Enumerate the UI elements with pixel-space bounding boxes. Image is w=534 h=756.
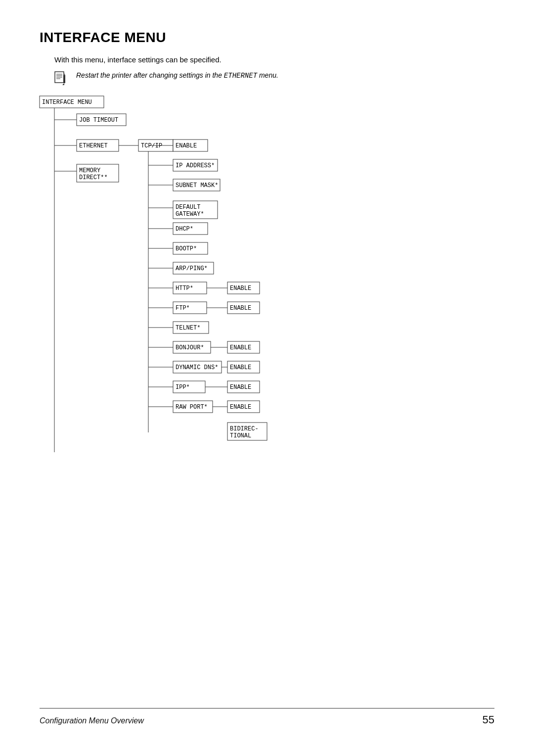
bidirectional-label-2: TIONAL [230,432,251,439]
page-container: INTERFACE MENU With this menu, interface… [0,0,534,756]
ip-label: IP ADDRESS* [176,162,215,169]
gateway-label-2: GATEWAY* [176,211,204,218]
bonjour-label: BONJOUR* [176,344,204,351]
footer-page-number: 55 [483,713,494,726]
ftp-label: FTP* [176,305,190,312]
job-timeout-label: JOB TIMEOUT [79,117,118,124]
intro-text: With this menu, interface settings can b… [54,55,494,64]
memory-label-1: MEMORY [79,167,100,174]
dyndns-label: DYNAMIC DNS* [176,364,218,371]
footer-left-text: Configuration Menu Overview [40,716,144,725]
dhcp-label: DHCP* [176,226,193,233]
http-enable-label: ENABLE [230,285,251,292]
tcpip-label: TCP/IP [141,142,162,149]
subnet-label: SUBNET MASK* [176,182,218,189]
bidirectional-label-1: BIDIREC- [230,425,259,432]
dyndns-enable-label: ENABLE [230,364,251,371]
bootp-label: BOOTP* [176,245,197,252]
gateway-label-1: DEFAULT [176,204,200,211]
svg-rect-6 [63,75,65,83]
svg-marker-5 [62,83,64,85]
http-label: HTTP* [176,285,193,292]
tree-svg: INTERFACE MENU JOB TIMEOUT ETHERNET MEMO… [40,96,386,507]
ethernet-label: ETHERNET [79,142,108,149]
root-label: INTERFACE MENU [42,99,92,106]
note-row: Restart the printer after changing setti… [54,71,494,85]
enable-label: ENABLE [176,142,197,149]
page-footer: Configuration Menu Overview 55 [40,708,494,726]
ipp-enable-label: ENABLE [230,384,251,391]
note-icon [54,71,72,85]
rawport-label: RAW PORT* [176,404,208,411]
arpping-label: ARP/PING* [176,265,208,272]
note-text: Restart the printer after changing setti… [76,71,278,81]
memory-label-2: DIRECT** [79,174,108,181]
ipp-label: IPP* [176,384,190,391]
ftp-enable-label: ENABLE [230,305,251,312]
tree-diagram: INTERFACE MENU JOB TIMEOUT ETHERNET MEMO… [40,96,386,509]
page-title: INTERFACE MENU [40,30,494,46]
bonjour-enable-label: ENABLE [230,344,251,351]
telnet-label: TELNET* [176,325,200,331]
note-symbol-icon [54,71,72,85]
rawport-enable-label: ENABLE [230,404,251,411]
